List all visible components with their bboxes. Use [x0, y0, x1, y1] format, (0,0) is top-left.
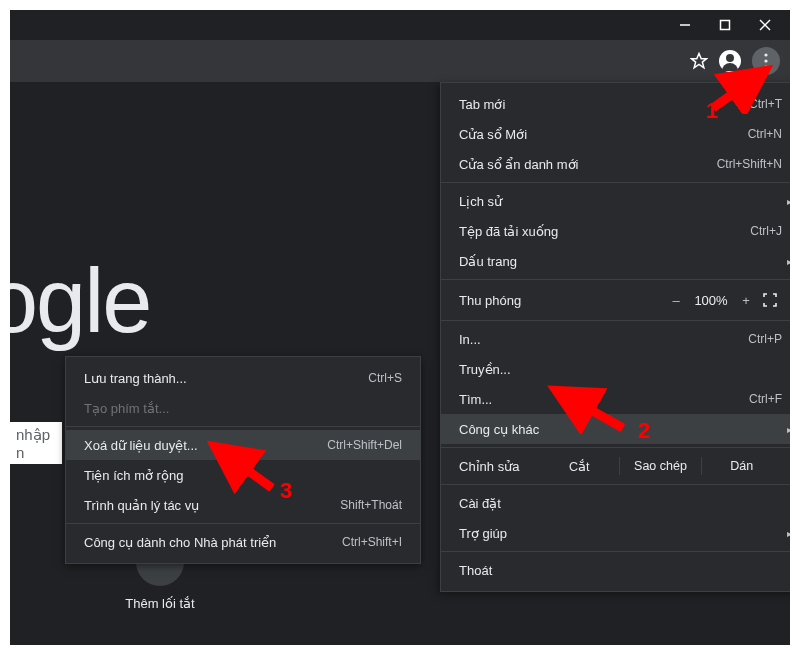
menu-label: Cài đặt	[459, 496, 782, 511]
chevron-right-icon: ▸	[787, 528, 790, 539]
menu-shortcut: Ctrl+Shift+N	[717, 157, 782, 171]
edit-paste-button[interactable]: Dán	[702, 459, 782, 473]
svg-point-8	[764, 59, 767, 62]
menu-item-zoom: Thu phóng – 100% +	[441, 283, 790, 317]
menu-item-more-tools[interactable]: Công cụ khác ▸	[441, 414, 790, 444]
menu-label: Tạo phím tắt...	[84, 401, 402, 416]
menu-label: Lưu trang thành...	[84, 371, 368, 386]
menu-label: Truyền...	[459, 362, 782, 377]
menu-label: Chỉnh sửa	[459, 459, 539, 474]
bookmark-star-icon[interactable]	[690, 52, 708, 70]
menu-separator	[441, 320, 790, 321]
browser-toolbar	[10, 40, 790, 82]
menu-label: In...	[459, 332, 748, 347]
menu-item-cast[interactable]: Truyền...	[441, 354, 790, 384]
menu-separator	[441, 279, 790, 280]
fullscreen-icon[interactable]	[758, 293, 782, 307]
svg-rect-1	[721, 21, 730, 30]
menu-shortcut: Ctrl+N	[748, 127, 782, 141]
menu-item-incognito[interactable]: Cửa sổ ẩn danh mới Ctrl+Shift+N	[441, 149, 790, 179]
menu-label: Thu phóng	[459, 293, 664, 308]
search-input-stub[interactable]: nhập n	[10, 422, 62, 464]
annotation-number-1: 1	[706, 98, 718, 124]
annotation-number-3: 3	[280, 478, 292, 504]
menu-shortcut: Ctrl+S	[368, 371, 402, 385]
menu-separator	[441, 182, 790, 183]
submenu-item-clear-browsing-data[interactable]: Xoá dữ liệu duyệt... Ctrl+Shift+Del	[66, 430, 420, 460]
menu-shortcut: Ctrl+F	[749, 392, 782, 406]
menu-item-find[interactable]: Tìm... Ctrl+F	[441, 384, 790, 414]
menu-label: Công cụ khác	[459, 422, 782, 437]
menu-separator	[441, 447, 790, 448]
annotation-number-2: 2	[638, 418, 650, 444]
menu-shortcut: Ctrl+J	[750, 224, 782, 238]
menu-label: Công cụ dành cho Nhà phát triển	[84, 535, 342, 550]
main-menu: Tab mới Ctrl+T Cửa sổ Mới Ctrl+N Cửa sổ …	[440, 82, 790, 592]
submenu-item-extensions[interactable]: Tiện ích mở rộng	[66, 460, 420, 490]
edit-cut-button[interactable]: Cắt	[539, 459, 619, 474]
svg-marker-4	[692, 54, 707, 68]
shortcut-label: Thêm lối tắt	[100, 596, 220, 611]
submenu-item-create-shortcut: Tạo phím tắt...	[66, 393, 420, 423]
menu-label: Cửa sổ Mới	[459, 127, 748, 142]
menu-item-bookmarks[interactable]: Dấu trang ▸	[441, 246, 790, 276]
menu-label: Tệp đã tải xuống	[459, 224, 750, 239]
menu-shortcut: Shift+Thoát	[340, 498, 402, 512]
submenu-item-dev-tools[interactable]: Công cụ dành cho Nhà phát triển Ctrl+Shi…	[66, 527, 420, 557]
chevron-right-icon: ▸	[787, 256, 790, 267]
svg-point-6	[726, 54, 734, 62]
menu-kebab-button[interactable]	[752, 47, 780, 75]
menu-shortcut: Ctrl+P	[748, 332, 782, 346]
menu-shortcut: Ctrl+Shift+I	[342, 535, 402, 549]
menu-item-new-window[interactable]: Cửa sổ Mới Ctrl+N	[441, 119, 790, 149]
menu-shortcut: Ctrl+Shift+Del	[327, 438, 402, 452]
menu-item-print[interactable]: In... Ctrl+P	[441, 324, 790, 354]
menu-separator	[66, 426, 420, 427]
menu-separator	[441, 484, 790, 485]
menu-item-downloads[interactable]: Tệp đã tải xuống Ctrl+J	[441, 216, 790, 246]
menu-label: Tìm...	[459, 392, 749, 407]
zoom-value: 100%	[688, 293, 734, 308]
menu-label: Lịch sử	[459, 194, 782, 209]
menu-label: Dấu trang	[459, 254, 782, 269]
menu-item-settings[interactable]: Cài đặt	[441, 488, 790, 518]
menu-label: Trình quản lý tác vụ	[84, 498, 340, 513]
window-minimize-button[interactable]	[676, 16, 694, 34]
menu-item-edit-row: Chỉnh sửa Cắt Sao chép Dán	[441, 451, 790, 481]
window-close-button[interactable]	[756, 16, 774, 34]
profile-avatar-icon[interactable]	[718, 49, 742, 73]
google-logo-text: oogle	[10, 250, 150, 353]
menu-label: Cửa sổ ẩn danh mới	[459, 157, 717, 172]
menu-label: Trợ giúp	[459, 526, 782, 541]
chevron-right-icon: ▸	[787, 424, 790, 435]
menu-item-history[interactable]: Lịch sử ▸	[441, 186, 790, 216]
menu-item-help[interactable]: Trợ giúp ▸	[441, 518, 790, 548]
menu-separator	[441, 551, 790, 552]
menu-shortcut: Ctrl+T	[749, 97, 782, 111]
submenu-item-task-manager[interactable]: Trình quản lý tác vụ Shift+Thoát	[66, 490, 420, 520]
zoom-out-button[interactable]: –	[664, 293, 688, 308]
chevron-right-icon: ▸	[787, 196, 790, 207]
more-tools-submenu: Lưu trang thành... Ctrl+S Tạo phím tắt..…	[65, 356, 421, 564]
menu-item-exit[interactable]: Thoát	[441, 555, 790, 585]
svg-point-9	[764, 65, 767, 68]
zoom-in-button[interactable]: +	[734, 293, 758, 308]
svg-point-7	[764, 53, 767, 56]
window-maximize-button[interactable]	[716, 16, 734, 34]
edit-copy-button[interactable]: Sao chép	[620, 459, 700, 473]
submenu-item-save-as[interactable]: Lưu trang thành... Ctrl+S	[66, 363, 420, 393]
menu-separator	[66, 523, 420, 524]
menu-item-new-tab[interactable]: Tab mới Ctrl+T	[441, 89, 790, 119]
menu-label: Xoá dữ liệu duyệt...	[84, 438, 327, 453]
menu-label: Thoát	[459, 563, 782, 578]
menu-label: Tiện ích mở rộng	[84, 468, 402, 483]
